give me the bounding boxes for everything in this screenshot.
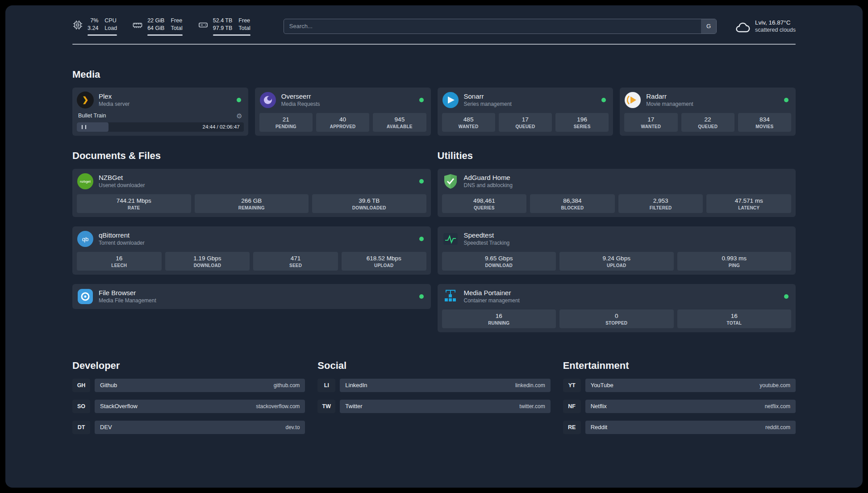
stat-value: 0.993 ms [679, 255, 790, 262]
service-card-adguard[interactable]: AdGuard Home DNS and adblocking 498,461 … [438, 169, 796, 217]
stat-value: 2,953 [620, 197, 701, 204]
bookmark-group-social: Social LI LinkedIn linkedin.com TW Twitt… [317, 360, 550, 442]
stat-label: STOPPED [561, 321, 672, 326]
search-engine-button[interactable]: G [701, 19, 716, 33]
service-card-plex[interactable]: ❯ Plex Media server Bullet Train ⚙ [72, 88, 248, 136]
cpu-load-label: Load [104, 25, 117, 32]
stat-value: 16 [444, 313, 555, 319]
stat-tile: 498,461 QUERIES [442, 194, 527, 213]
disk-total-label: Total [238, 25, 250, 32]
bookmark-link[interactable]: Reddit reddit.com [585, 421, 796, 434]
bookmark-link[interactable]: Github github.com [95, 379, 305, 392]
service-subtitle: Usenet downloader [99, 182, 145, 188]
memory-usage-bar [147, 34, 183, 36]
status-dot [237, 98, 241, 102]
service-card-filebrowser[interactable]: File Browser Media File Management [72, 284, 431, 309]
service-name: AdGuard Home [464, 174, 513, 181]
bookmark-name: Reddit [591, 424, 608, 430]
pause-icon[interactable] [82, 125, 86, 129]
stat-value: 22 [683, 116, 733, 123]
bookmark-group-developer: Developer GH Github github.com SO StackO… [72, 360, 305, 442]
bookmark-netflix[interactable]: NF Netflix netflix.com [563, 400, 796, 413]
service-card-speedtest[interactable]: Speedtest Speedtest Tracking 9.65 Gbps D… [438, 226, 796, 275]
stat-value: 16 [679, 313, 790, 319]
bookmark-name: DEV [100, 424, 112, 430]
section-title-developer: Developer [72, 360, 305, 372]
bookmark-stackoverflow[interactable]: SO StackOverflow stackoverflow.com [72, 400, 305, 413]
bookmark-link[interactable]: Netflix netflix.com [585, 400, 796, 413]
service-card-qbittorrent[interactable]: qb qBittorrent Torrent downloader 16 LEE… [72, 226, 431, 275]
service-card-portainer[interactable]: Media Portainer Container management 16 … [438, 284, 796, 332]
stat-value: 1.19 Gbps [167, 255, 248, 262]
service-name: qBittorrent [99, 231, 145, 239]
bookmark-abbr: RE [563, 421, 581, 434]
service-name: Plex [99, 92, 129, 100]
bookmark-link[interactable]: DEV dev.to [95, 421, 305, 434]
stat-value: 485 [444, 116, 493, 123]
stat-tile: 744.21 Mbps RATE [77, 194, 191, 213]
stat-label: AVAILABLE [375, 124, 424, 129]
bookmark-youtube[interactable]: YT YouTube youtube.com [563, 379, 796, 392]
bookmark-github[interactable]: GH Github github.com [72, 379, 305, 392]
status-dot [419, 179, 424, 184]
stat-value: 40 [318, 116, 367, 123]
stat-value: 0 [561, 313, 672, 319]
stat-label: QUEUED [501, 124, 550, 129]
section-title-media: Media [72, 69, 796, 80]
gear-icon[interactable]: ⚙ [236, 113, 242, 119]
service-card-overseerr[interactable]: Overseerr Media Requests 21 PENDING 40 A… [255, 88, 431, 136]
bookmark-twitter[interactable]: TW Twitter twitter.com [317, 400, 550, 413]
memory-icon [132, 20, 143, 30]
bookmark-name: LinkedIn [345, 382, 367, 389]
stat-value: 21 [261, 116, 311, 123]
search-input[interactable] [284, 19, 717, 34]
bookmark-url: github.com [274, 382, 300, 389]
stat-value: 39.6 TB [314, 197, 425, 204]
service-card-radarr[interactable]: Radarr Movie management 17 WANTED 22 QUE… [620, 88, 796, 136]
playback-progress-bar[interactable]: 24:44 / 02:06:47 [77, 122, 244, 132]
bookmark-link[interactable]: Twitter twitter.com [340, 400, 550, 413]
bookmark-link[interactable]: YouTube youtube.com [585, 379, 796, 392]
stat-label: WANTED [626, 124, 676, 129]
bookmark-url: stackoverflow.com [256, 403, 300, 409]
stat-label: TOTAL [679, 321, 790, 326]
overseerr-icon [259, 92, 276, 109]
stat-label: SEED [255, 263, 336, 268]
bookmark-dev[interactable]: DT DEV dev.to [72, 421, 305, 434]
bookmark-name: Github [100, 382, 117, 389]
service-card-nzbget[interactable]: nzbget NZBGet Usenet downloader 744.21 M… [72, 169, 431, 217]
weather-location: Lviv, 16.87°C [755, 19, 796, 26]
stat-label: SERIES [557, 124, 607, 129]
memory-total-label: Total [171, 25, 182, 32]
stat-label: REMAINING [196, 205, 307, 210]
stat-tile: 40 APPROVED [316, 113, 369, 132]
stat-tile: 471 SEED [253, 252, 338, 271]
stat-label: DOWNLOAD [444, 263, 555, 268]
bookmark-reddit[interactable]: RE Reddit reddit.com [563, 421, 796, 434]
disk-usage-bar [213, 34, 250, 36]
bookmark-link[interactable]: LinkedIn linkedin.com [340, 379, 550, 392]
bookmark-linkedin[interactable]: LI LinkedIn linkedin.com [317, 379, 550, 392]
service-card-sonarr[interactable]: Sonarr Series management 485 WANTED 17 Q… [438, 88, 613, 136]
stat-tile: 0 STOPPED [559, 309, 674, 328]
plex-chevron-glyph: ❯ [82, 96, 88, 104]
weather-widget: Lviv, 16.87°C scattered clouds [734, 19, 796, 33]
memory-widget: 22 GiB 64 GiB Free Total [132, 17, 183, 36]
adguard-icon [442, 173, 459, 190]
stat-value: 266 GB [196, 197, 307, 204]
stat-value: 945 [375, 116, 424, 123]
stat-label: DOWNLOADED [314, 205, 425, 210]
stat-tile: 9.65 Gbps DOWNLOAD [442, 252, 556, 271]
stat-label: QUERIES [444, 205, 525, 210]
service-subtitle: Media File Management [99, 297, 156, 304]
service-name: Media Portainer [464, 289, 520, 297]
stat-tile: 485 WANTED [442, 113, 495, 132]
stat-label: PENDING [261, 124, 311, 129]
stat-label: MOVIES [740, 124, 789, 129]
stat-tile: 16 LEECH [77, 252, 162, 271]
svg-text:nzbget: nzbget [80, 180, 91, 184]
bookmark-url: linkedin.com [515, 382, 545, 389]
stat-tile: 21 PENDING [259, 113, 313, 132]
bookmark-link[interactable]: StackOverflow stackoverflow.com [95, 400, 305, 413]
stat-value: 47.571 ms [708, 197, 789, 204]
